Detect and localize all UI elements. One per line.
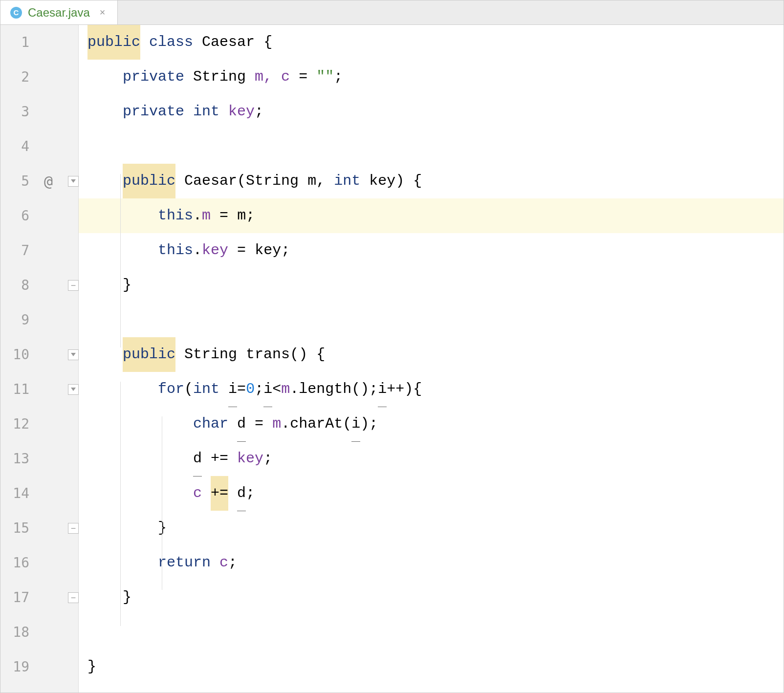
code-line[interactable] xyxy=(79,615,784,650)
code-line[interactable]: d += key; xyxy=(79,441,784,476)
line-number: 5 xyxy=(0,173,78,189)
code-line[interactable]: } xyxy=(79,650,784,684)
line-number: 1 xyxy=(0,34,78,50)
line-number: 14 xyxy=(0,485,78,501)
code-line[interactable]: } xyxy=(79,511,784,545)
code-line[interactable]: public class Caesar { xyxy=(79,25,784,60)
editor-container: C Caesar.java × 1 2 3 4 5 @ 6 7 8 9 10 xyxy=(0,0,784,693)
gutter: 1 2 3 4 5 @ 6 7 8 9 10 11 xyxy=(0,25,79,693)
line-number: 7 xyxy=(0,242,78,259)
content-area: 1 2 3 4 5 @ 6 7 8 9 10 11 xyxy=(0,25,784,693)
code-line[interactable]: } xyxy=(79,580,784,615)
code-line[interactable]: private String m, c = ""; xyxy=(79,60,784,94)
tab-bar: C Caesar.java × xyxy=(0,0,784,25)
fold-marker-icon[interactable] xyxy=(68,592,79,603)
fold-marker-icon[interactable] xyxy=(68,280,79,291)
fold-marker-icon[interactable] xyxy=(68,349,79,360)
line-number: 3 xyxy=(0,104,78,120)
code-line[interactable]: return c; xyxy=(79,545,784,580)
line-number: 19 xyxy=(0,659,78,675)
code-line[interactable]: for(int i=0;i<m.length();i++){ xyxy=(79,372,784,407)
code-line[interactable] xyxy=(79,303,784,337)
code-line[interactable]: public Caesar(String m, int key) { xyxy=(79,164,784,198)
scope-line xyxy=(120,174,121,347)
line-number: 13 xyxy=(0,451,78,467)
override-annotation-icon: @ xyxy=(44,173,53,190)
java-file-icon: C xyxy=(10,7,22,19)
code-line[interactable]: public String trans() { xyxy=(79,337,784,372)
line-number: 10 xyxy=(0,346,78,363)
code-line[interactable]: this.key = key; xyxy=(79,233,784,268)
code-area[interactable]: public class Caesar { private String m, … xyxy=(79,25,784,693)
fold-marker-icon[interactable] xyxy=(68,384,79,395)
tab-caesar-java[interactable]: C Caesar.java × xyxy=(0,0,118,24)
line-number: 18 xyxy=(0,624,78,640)
line-number: 6 xyxy=(0,208,78,224)
close-icon[interactable]: × xyxy=(100,7,106,18)
fold-marker-icon[interactable] xyxy=(68,176,79,187)
line-number: 9 xyxy=(0,312,78,328)
code-line-current[interactable]: this.m = m; xyxy=(79,198,784,233)
tab-filename: Caesar.java xyxy=(28,6,90,20)
line-number: 15 xyxy=(0,520,78,536)
scope-line xyxy=(162,416,162,590)
fold-marker-icon[interactable] xyxy=(68,523,79,534)
line-number: 12 xyxy=(0,416,78,432)
code-line[interactable] xyxy=(79,129,784,164)
line-number: 16 xyxy=(0,555,78,571)
line-number: 11 xyxy=(0,381,78,397)
scope-line xyxy=(120,382,121,626)
line-number: 17 xyxy=(0,589,78,606)
line-number: 4 xyxy=(0,138,78,154)
line-number: 8 xyxy=(0,277,78,293)
code-line[interactable]: } xyxy=(79,268,784,303)
line-number: 2 xyxy=(0,69,78,85)
code-line[interactable]: private int key; xyxy=(79,94,784,129)
code-line[interactable]: c += d; xyxy=(79,476,784,511)
code-line[interactable]: char d = m.charAt(i); xyxy=(79,407,784,441)
